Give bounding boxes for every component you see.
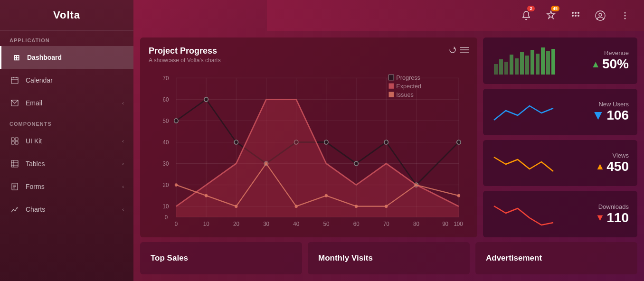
svg-point-18 — [575, 12, 577, 14]
apps-button[interactable] — [564, 0, 587, 31]
sidebar-item-label: Tables — [26, 160, 45, 168]
new-users-card: New Users ▼ 106 — [483, 89, 637, 135]
sidebar-item-dashboard[interactable]: ⊞ Dashboard — [0, 46, 133, 69]
svg-point-85 — [355, 205, 358, 208]
svg-text:Progress: Progress — [396, 74, 420, 81]
sidebar-item-forms[interactable]: Forms ‹ — [0, 175, 133, 198]
views-info: Views ▲ 450 — [595, 152, 629, 174]
app-logo: Volta — [0, 0, 133, 31]
svg-text:80: 80 — [413, 221, 419, 227]
views-label: Views — [595, 152, 629, 159]
svg-text:60: 60 — [353, 221, 360, 227]
svg-text:60: 60 — [162, 96, 169, 103]
svg-point-86 — [385, 205, 388, 208]
svg-text:Issues: Issues — [396, 91, 414, 98]
svg-rect-9 — [11, 160, 18, 167]
new-users-info: New Users ▼ 106 — [592, 101, 629, 123]
alerts-button[interactable]: 45 — [540, 0, 562, 31]
svg-point-88 — [457, 194, 460, 197]
downloads-info: Downloads ▼ 110 — [595, 203, 629, 225]
more-menu-button[interactable] — [614, 0, 636, 31]
svg-text:10: 10 — [162, 203, 169, 210]
svg-rect-6 — [15, 138, 18, 140]
app-name: Volta — [53, 9, 80, 21]
refresh-icon[interactable] — [449, 46, 456, 56]
svg-text:20: 20 — [233, 221, 239, 227]
svg-point-77 — [457, 140, 461, 144]
sidebar-item-label: Forms — [26, 183, 45, 190]
svg-point-70 — [234, 140, 238, 144]
views-chart — [492, 148, 558, 178]
revenue-label: Revenue — [591, 49, 629, 56]
trend-down-red-icon: ▼ — [595, 212, 605, 223]
svg-rect-100 — [520, 52, 524, 75]
svg-text:90: 90 — [442, 221, 448, 227]
sidebar-item-label: Dashboard — [27, 54, 62, 61]
header-bar: 2 45 — [267, 0, 644, 31]
svg-text:0: 0 — [165, 214, 168, 220]
card-subtitle: A showcase of Volta's charts — [149, 57, 221, 64]
svg-rect-95 — [494, 64, 498, 75]
chevron-icon: ‹ — [122, 184, 124, 189]
svg-text:70: 70 — [162, 75, 169, 81]
svg-point-75 — [384, 140, 388, 144]
profile-button[interactable] — [589, 0, 612, 31]
revenue-card: Revenue ▲ 50% — [483, 37, 637, 84]
uikit-icon — [9, 136, 20, 146]
svg-rect-98 — [510, 55, 513, 75]
sidebar-item-charts[interactable]: Charts ‹ — [0, 198, 133, 221]
main-top-row: Project Progress A showcase of Volta's c… — [140, 37, 637, 237]
card-title: Project Progress — [149, 46, 221, 56]
advertisement-title: Advertisement — [486, 253, 542, 263]
svg-rect-106 — [551, 49, 555, 75]
new-users-value: ▼ 106 — [592, 108, 629, 123]
monthly-visits-card[interactable]: Monthly Visits — [308, 242, 470, 274]
svg-rect-96 — [499, 59, 503, 75]
notifications-button[interactable]: 2 — [515, 0, 538, 31]
downloads-chart — [492, 199, 558, 230]
forms-icon — [9, 181, 20, 192]
card-actions — [449, 46, 469, 56]
sidebar-item-label: UI Kit — [26, 137, 42, 145]
charts-icon — [9, 204, 20, 215]
svg-text:40: 40 — [162, 139, 169, 146]
svg-point-68 — [174, 119, 178, 123]
email-icon — [9, 98, 20, 108]
sidebar-item-tables[interactable]: Tables ‹ — [0, 152, 133, 175]
svg-rect-5 — [11, 138, 14, 140]
chevron-icon: ‹ — [122, 161, 124, 167]
svg-point-80 — [205, 194, 208, 197]
project-progress-chart: .grid-line { stroke: rgba(255,255,255,0.… — [149, 68, 469, 229]
svg-point-82 — [265, 162, 267, 165]
svg-point-81 — [235, 205, 237, 208]
svg-text:20: 20 — [162, 182, 169, 188]
svg-rect-93 — [389, 92, 394, 97]
sidebar-item-ui-kit[interactable]: UI Kit ‹ — [0, 130, 133, 152]
project-progress-card: Project Progress A showcase of Volta's c… — [140, 37, 477, 237]
svg-point-79 — [175, 183, 178, 187]
chevron-icon: ‹ — [122, 100, 124, 106]
svg-point-22 — [578, 15, 579, 17]
svg-point-84 — [325, 194, 328, 197]
svg-point-19 — [578, 12, 579, 14]
tables-icon — [9, 159, 20, 169]
trend-up-icon: ▲ — [591, 59, 600, 70]
new-users-chart — [492, 96, 558, 127]
svg-text:50: 50 — [162, 118, 169, 124]
top-sales-card[interactable]: Top Sales — [140, 242, 302, 274]
svg-rect-7 — [11, 141, 14, 144]
svg-text:10: 10 — [203, 221, 209, 227]
sidebar-item-email[interactable]: Email ‹ — [0, 92, 133, 114]
svg-point-17 — [572, 12, 574, 14]
calendar-icon — [9, 75, 20, 85]
advertisement-card[interactable]: Advertisement — [475, 242, 637, 274]
svg-text:100: 100 — [454, 221, 463, 227]
sidebar-item-calendar[interactable]: Calendar — [0, 69, 133, 92]
svg-rect-97 — [504, 62, 508, 75]
dashboard-icon: ⊞ — [11, 52, 21, 63]
stats-panel: Revenue ▲ 50% New Users — [483, 37, 637, 237]
notification-badge: 2 — [527, 6, 535, 11]
sidebar-item-label: Email — [26, 99, 42, 107]
svg-rect-103 — [536, 54, 540, 75]
menu-icon[interactable] — [460, 47, 469, 55]
